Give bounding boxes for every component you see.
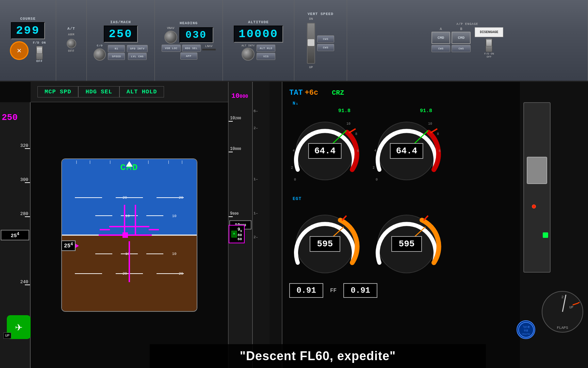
off-label: OFF <box>36 60 43 63</box>
pitch-line-neg10-left <box>95 254 112 254</box>
altitude-knob[interactable] <box>242 48 255 61</box>
cws-a2-button[interactable]: CWS <box>431 45 451 52</box>
disengage-button[interactable]: DISENGAGE <box>475 27 503 37</box>
hdg-sel-button[interactable]: HDG SEL <box>182 45 201 52</box>
mach-green-box: M <box>231 231 237 237</box>
speed-window-top: 254 <box>2 232 28 239</box>
up-label: UP <box>309 66 313 69</box>
disconnect-button[interactable]: ✕ <box>10 41 29 60</box>
at-knob[interactable] <box>67 39 76 48</box>
gauge2-label-8: 8 <box>437 132 439 136</box>
throttle-lever[interactable] <box>527 157 547 184</box>
speed-tick-240 <box>25 285 30 285</box>
svg-line-6 <box>430 129 437 133</box>
at-label: A/T <box>67 27 75 31</box>
app-button[interactable]: APP <box>180 52 197 60</box>
speed-button[interactable]: SPEED <box>108 53 125 60</box>
speed-320: 320 <box>20 143 28 148</box>
speed-bug-box: 254 <box>61 241 76 251</box>
vor-loc-button[interactable]: VOR LOC <box>162 45 180 52</box>
speed-tick-320 <box>25 148 30 149</box>
vnav-btn[interactable]: VNAV <box>167 27 175 30</box>
heading-section: HEADING VNAV 030 VOR LOC HDG SEL LNAV AP… <box>155 0 223 81</box>
vis-button[interactable]: VIS <box>257 53 275 60</box>
cmd-b-button[interactable]: CMD <box>452 32 471 44</box>
speed-bug-arrow <box>76 244 79 248</box>
vspd-slider[interactable] <box>307 23 315 64</box>
at-section: A/T ARM OFF <box>56 0 87 81</box>
engine1-n1-percent: 91.8 <box>338 108 350 114</box>
gauge2-label-0: 0 <box>376 178 378 182</box>
engine2-n1-gauge: 64.4 0 2 4 6 8 10 <box>371 115 442 187</box>
svg-text:FLAPS: FLAPS <box>557 326 568 330</box>
crz-label: CRZ <box>332 89 344 97</box>
ap-a-label: A <box>440 27 442 31</box>
pitch-label-neg20-right: 20 <box>179 272 183 276</box>
cf-circle: 飞行者 联盟 China Flier <box>517 320 535 339</box>
engine2-egt-value: 0.91 <box>343 283 377 298</box>
engine1-n2-container: 595 <box>289 208 361 280</box>
svg-text:China Flier: China Flier <box>522 333 530 335</box>
speed-bug-value: 254 <box>64 242 73 249</box>
engine1-n1-value: 64.4 <box>308 143 342 159</box>
gauge2-label-6: 6 <box>439 149 441 153</box>
n1-button[interactable]: N1 <box>108 45 125 52</box>
fd-vertical-left <box>124 205 125 235</box>
fd-wing-left <box>100 229 110 230</box>
cws-b-button[interactable]: CWS <box>317 44 334 51</box>
throttle-panel <box>523 102 551 273</box>
engine2-n2-gauge: 595 <box>371 208 442 280</box>
heading-knob[interactable] <box>164 31 177 44</box>
alt-tape-section: 10000 10200 10000 10000 9800 6– 2– 1– 1–… <box>228 82 282 368</box>
left-panel: MCP SPD HDG SEL ALT HOLD 250 320 300 280… <box>0 82 228 368</box>
co-knob[interactable] <box>94 48 106 61</box>
fd-switch[interactable] <box>36 46 43 60</box>
fd-vertical-center <box>129 241 130 282</box>
lnav-btn-top[interactable]: LNAV <box>205 45 213 48</box>
engine1-n1-container: 91.8 64.4 <box>289 108 361 187</box>
heading-display: 030 <box>179 27 213 43</box>
altitude-current: 10000 <box>231 92 248 100</box>
aircraft-symbol <box>99 232 160 238</box>
subtitle-bar: "Descent FL60, expedite" <box>150 344 486 368</box>
pitch-line-20-left <box>116 197 143 198</box>
main-instrument-area: MCP SPD HDG SEL ALT HOLD 250 320 300 280… <box>0 82 588 368</box>
gauge-label-8: 8 <box>355 132 357 136</box>
fd-on-label: F/D ON <box>33 41 46 45</box>
cws-a-button[interactable]: CWS <box>317 35 334 43</box>
flap-dial-svg: 2 FLAPS UP <box>539 288 586 336</box>
ff-label: FF <box>330 288 337 294</box>
spd-intv-button[interactable]: SPD INTV <box>127 45 147 52</box>
bank-scale-30: | <box>109 160 112 164</box>
engine1-n2-gauge: 595 <box>289 208 361 280</box>
vspd-6: 6– <box>254 109 258 113</box>
alt-hld-button[interactable]: ALT HLD <box>257 45 275 52</box>
speed-tape-area: 250 320 300 280 254 240 <box>0 102 228 368</box>
red-button[interactable] <box>532 204 536 209</box>
pitch-line-10-right <box>146 215 163 216</box>
gauge-label-2: 2 <box>291 166 293 170</box>
n1-label: N₁ <box>293 101 513 106</box>
cmd-a-button[interactable]: CMD <box>431 32 451 44</box>
engine2-n2-value: 595 <box>391 236 422 252</box>
egt-label: EGT <box>293 196 513 201</box>
pitch-line-neg10-right <box>146 254 163 254</box>
off-label2: OFF <box>487 55 491 58</box>
gauge2-label-2: 2 <box>373 166 375 170</box>
engine1-n1-gauge: 64.4 0 2 4 6 8 10 <box>289 115 361 187</box>
fd-on-switch[interactable] <box>486 39 492 52</box>
bank-scale-r20: | <box>167 160 170 164</box>
vert-speed-label: VERT SPEED <box>308 12 333 16</box>
mcp-panel: COURSE 299 ✕ F/D ON OFF A/T ARM OFF IAS/… <box>0 0 588 82</box>
cws-b2-button[interactable]: CWS <box>452 45 471 52</box>
asp-v2: 80 <box>238 233 242 237</box>
asp-v1: 99 <box>238 227 242 233</box>
pitch-label-20-right: 20 <box>179 196 183 200</box>
approach-values: 99 80 60 <box>238 227 242 241</box>
gauge2-label-4: 4 <box>374 149 376 153</box>
right-panel: TAT +6c CRZ N₁ 91.8 <box>282 82 520 368</box>
svg-line-3 <box>349 129 356 133</box>
lvl-chg-button[interactable]: LVL CHG <box>128 53 147 60</box>
course-display: 299 <box>11 22 45 39</box>
alt-tick-9800 <box>229 216 233 217</box>
